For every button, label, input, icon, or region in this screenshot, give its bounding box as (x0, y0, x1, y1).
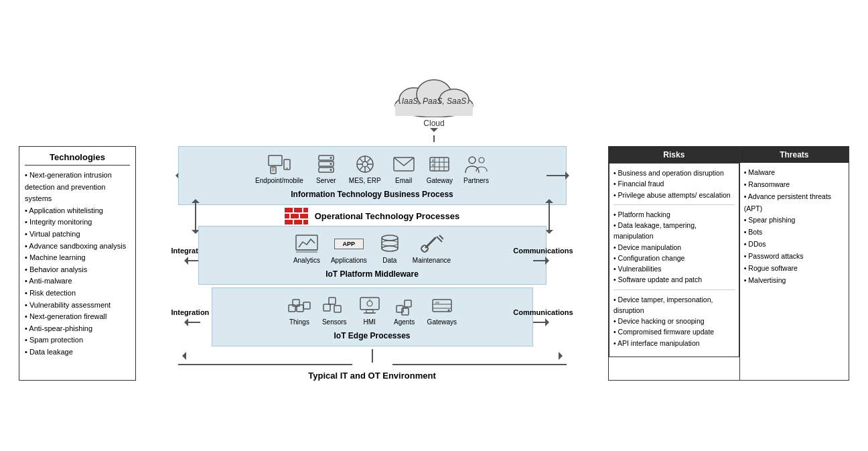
iot-edge-right: Communications (513, 308, 573, 326)
risk-item: Software update and patch (613, 274, 735, 285)
svg-rect-59 (323, 304, 330, 311)
threat-item: Bots (744, 227, 845, 239)
sensors-icon-item: Sensors (322, 295, 347, 326)
iot-edge-left: Integration (171, 308, 210, 326)
svg-line-25 (367, 159, 370, 162)
svg-rect-69 (405, 300, 411, 307)
it-layer-bg: Endpoint/mobile (178, 146, 567, 205)
svg-point-77 (447, 310, 449, 312)
gateway-label: Gateway (427, 177, 453, 184)
server-label: Server (316, 177, 336, 184)
gateways-label: Gateways (427, 318, 457, 326)
risk-item: Business and operation disruption (613, 168, 735, 178)
content-row: Technologies Next-generation intrusion d… (19, 146, 849, 381)
it-layer: Endpoint/mobile (178, 146, 567, 205)
email-label: Email (395, 177, 412, 184)
iot-mid-right: Communications (513, 247, 573, 265)
svg-point-14 (330, 163, 332, 165)
technologies-list: Next-generation intrusion detection and … (25, 170, 130, 359)
iot-mid-icons: Analytics APP Applications (293, 233, 451, 264)
svg-rect-8 (272, 168, 275, 172)
threats-panel: Threats Malware Ransomware Advance persi… (740, 146, 849, 381)
svg-point-10 (286, 168, 287, 169)
maintenance-label: Maintenance (413, 257, 451, 264)
server-icon-item: Server (314, 153, 338, 184)
agents-icon-item: Agents (392, 295, 417, 326)
svg-text:IaaS, PaaS, SaaS: IaaS, PaaS, SaaS (402, 96, 467, 106)
tech-item: Spam protection (25, 334, 130, 346)
svg-point-48 (382, 241, 398, 246)
agents-label: Agents (394, 318, 415, 326)
svg-point-47 (382, 246, 398, 251)
technologies-panel: Technologies Next-generation intrusion d… (19, 146, 136, 381)
iot-edge-title: IoT Edge Processes (334, 331, 410, 340)
data-label: Data (382, 257, 396, 264)
firewall-icon (285, 208, 308, 224)
tech-item: Advance sandboxing analysis (25, 241, 130, 253)
risks-section-1: Business and operation disruption Financ… (613, 168, 735, 205)
ot-title: Operational Technology Processes (315, 211, 460, 221)
tech-item: Virtual patching (25, 229, 130, 241)
svg-point-39 (469, 157, 476, 164)
endpoint-label: Endpoint/mobile (255, 177, 303, 184)
svg-rect-6 (269, 155, 282, 166)
svg-rect-76 (435, 302, 439, 304)
center-area: Endpoint/mobile (139, 146, 605, 381)
threat-item: Password attacks (744, 251, 845, 263)
threat-item: Malware (744, 167, 845, 179)
tech-item: Anti-spear-phishing (25, 323, 130, 335)
risk-item: Privilege abuse attempts/ escalation (613, 190, 735, 200)
tech-item: Application whitelisting (25, 205, 130, 217)
iot-edge-icons: Things (287, 295, 457, 326)
threats-title: Threats (740, 147, 849, 163)
threats-content: Malware Ransomware Advance persistent th… (740, 163, 849, 290)
right-panels: Risks Business and operation disruption … (608, 146, 849, 381)
hmi-icon-item: HMI (358, 295, 382, 326)
applications-icon-item: APP Applications (331, 233, 367, 264)
tech-item: Data leakage (25, 346, 130, 359)
svg-rect-58 (329, 298, 336, 304)
risk-item: Platform hacking (613, 209, 735, 220)
it-icons: Endpoint/mobile (255, 153, 489, 184)
sensors-label: Sensors (322, 318, 347, 326)
cloud-section: IaaS, PaaS, SaaS Cloud (390, 70, 478, 142)
risk-item: API interface manipulation (613, 338, 735, 348)
svg-point-66 (367, 301, 372, 306)
threat-item: Ransomware (744, 179, 845, 191)
tech-item: Anti-malware (25, 275, 130, 287)
risk-item: Configuration change (613, 253, 735, 263)
it-right-arrow (547, 172, 573, 180)
svg-rect-60 (334, 306, 341, 312)
svg-line-23 (360, 159, 363, 162)
risk-item: Device manipulation (613, 242, 735, 253)
risk-item: Financial fraud (613, 178, 735, 189)
risk-item: Device hacking or snooping (613, 316, 735, 326)
svg-line-49 (426, 238, 435, 247)
svg-rect-57 (303, 302, 310, 309)
risks-section-2: Platform hacking Data leakage, tampering… (613, 209, 735, 290)
tech-item: Risk detection (25, 287, 130, 300)
mes-label: MES, ERP (349, 177, 381, 184)
svg-point-16 (330, 169, 332, 171)
bottom-right-arrow (557, 352, 567, 360)
risks-section-3: Device tamper, impersonation, disruption… (613, 294, 735, 352)
partners-icon-item: Partners (463, 153, 489, 184)
svg-point-44 (382, 235, 398, 241)
hmi-label: HMI (363, 318, 375, 326)
things-icon-item: Things (287, 295, 311, 326)
applications-label: Applications (331, 257, 367, 264)
iot-edge-bg: Things (212, 287, 533, 346)
technologies-title: Technologies (25, 152, 130, 166)
svg-point-18 (362, 162, 368, 167)
main-container: IaaS, PaaS, SaaS Cloud Technologies Next… (12, 64, 856, 387)
integration-label-edge: Integration (171, 308, 210, 316)
svg-point-40 (479, 157, 484, 163)
bottom-label: Typical IT and OT Environment (308, 371, 435, 381)
threat-item: Rogue software (744, 263, 845, 275)
svg-point-12 (330, 157, 332, 159)
analytics-label: Analytics (293, 257, 320, 264)
communications-label-mid: Communications (513, 247, 573, 255)
cloud-label: Cloud (423, 119, 444, 128)
communications-label-edge: Communications (513, 308, 573, 316)
iot-mid-bg: Analytics APP Applications (198, 226, 547, 285)
